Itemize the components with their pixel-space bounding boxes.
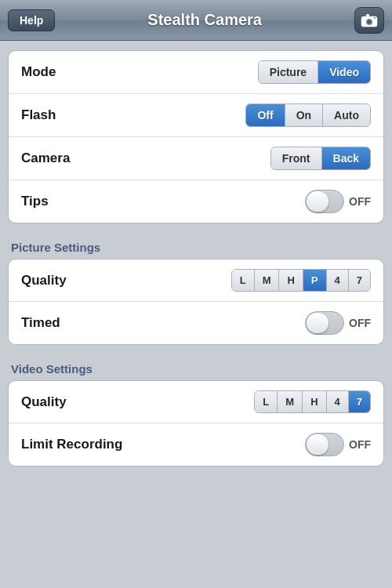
app-title: Stealth Camera xyxy=(147,11,262,29)
timed-toggle-thumb xyxy=(307,313,328,333)
tips-toggle-label: OFF xyxy=(349,195,371,208)
vq-m-btn[interactable]: M xyxy=(278,391,303,412)
picture-quality-label: Quality xyxy=(21,273,67,289)
pq-4-btn[interactable]: 4 xyxy=(327,270,349,291)
main-content: Mode Picture Video Flash Off On Auto Cam… xyxy=(0,41,392,588)
camera-back-btn[interactable]: Back xyxy=(322,147,370,169)
flash-segmented: Off On Auto xyxy=(245,103,371,127)
limit-recording-row: Limit Recording OFF xyxy=(9,423,383,466)
mode-picture-btn[interactable]: Picture xyxy=(259,61,318,83)
flash-auto-btn[interactable]: Auto xyxy=(323,104,370,126)
timed-toggle-container: OFF xyxy=(305,311,371,335)
main-settings-card: Mode Picture Video Flash Off On Auto Cam… xyxy=(8,50,384,223)
video-quality-row: Quality L M H 4 7 xyxy=(9,381,383,423)
mode-video-btn[interactable]: Video xyxy=(318,61,370,83)
flash-off-btn[interactable]: Off xyxy=(246,104,285,126)
video-settings-card: Quality L M H 4 7 Limit Recording OFF xyxy=(8,380,384,466)
camera-button[interactable] xyxy=(354,7,384,34)
limit-recording-toggle[interactable] xyxy=(305,433,344,456)
timed-row: Timed OFF xyxy=(9,302,383,344)
vq-7-btn[interactable]: 7 xyxy=(349,391,370,412)
app-header: Help Stealth Camera xyxy=(0,0,392,41)
flash-label: Flash xyxy=(21,107,56,123)
flash-row: Flash Off On Auto xyxy=(9,94,383,137)
flash-on-btn[interactable]: On xyxy=(285,104,323,126)
video-quality-segmented: L M H 4 7 xyxy=(254,390,371,413)
pq-l-btn[interactable]: L xyxy=(232,270,255,291)
mode-label: Mode xyxy=(21,64,56,80)
tips-toggle-thumb xyxy=(307,191,328,212)
picture-settings-card: Quality L M H P 4 7 Timed OFF xyxy=(8,259,384,345)
camera-front-btn[interactable]: Front xyxy=(271,147,322,169)
camera-label: Camera xyxy=(21,151,70,166)
timed-toggle-label: OFF xyxy=(349,317,371,329)
camera-row: Camera Front Back xyxy=(9,137,383,180)
video-settings-label: Video Settings xyxy=(8,356,384,380)
pq-h-btn[interactable]: H xyxy=(279,270,303,291)
limit-recording-toggle-thumb xyxy=(307,434,328,455)
limit-recording-toggle-label: OFF xyxy=(349,438,371,451)
picture-quality-row: Quality L M H P 4 7 xyxy=(9,260,383,302)
tips-toggle[interactable] xyxy=(305,190,344,213)
picture-quality-segmented: L M H P 4 7 xyxy=(231,269,371,292)
mode-row: Mode Picture Video xyxy=(9,51,383,94)
tips-toggle-container: OFF xyxy=(305,190,371,213)
svg-point-2 xyxy=(368,20,372,24)
mode-segmented: Picture Video xyxy=(258,60,371,84)
tips-row: Tips OFF xyxy=(9,180,383,223)
camera-icon xyxy=(361,13,378,27)
picture-settings-label: Picture Settings xyxy=(8,234,384,259)
video-quality-label: Quality xyxy=(21,394,67,410)
vq-h-btn[interactable]: H xyxy=(303,391,326,412)
pq-p-btn[interactable]: P xyxy=(303,270,327,291)
limit-recording-toggle-container: OFF xyxy=(305,433,371,456)
timed-label: Timed xyxy=(21,315,60,331)
camera-segmented: Front Back xyxy=(270,147,371,170)
vq-4-btn[interactable]: 4 xyxy=(327,391,349,412)
limit-recording-label: Limit Recording xyxy=(21,437,122,452)
pq-7-btn[interactable]: 7 xyxy=(349,270,370,291)
svg-rect-3 xyxy=(366,14,369,16)
pq-m-btn[interactable]: M xyxy=(255,270,280,291)
vq-l-btn[interactable]: L xyxy=(255,391,278,412)
timed-toggle[interactable] xyxy=(305,311,344,335)
tips-label: Tips xyxy=(21,194,49,209)
help-button[interactable]: Help xyxy=(8,9,55,31)
svg-rect-4 xyxy=(374,17,376,19)
